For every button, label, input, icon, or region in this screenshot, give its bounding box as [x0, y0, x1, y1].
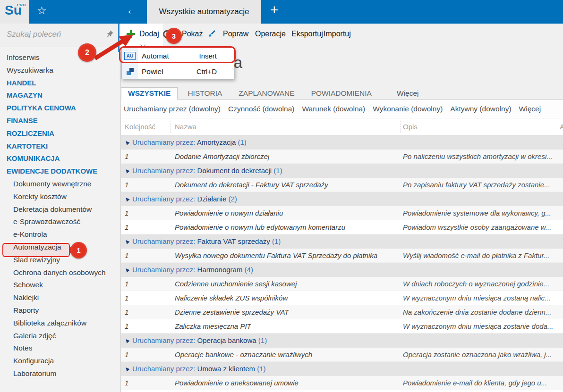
filter-uruchamiany-przez-dowolny[interactable]: Uruchamiany przez (dowolny)	[124, 105, 221, 113]
sidebar-item-rozliczenia[interactable]: ROZLICZENIA	[0, 127, 120, 140]
app-window: Su PRO ☆ ← Wszystkie automatyzacje + Szu…	[0, 0, 563, 392]
sidebar-item-biblioteka-załączników[interactable]: Biblioteka załączników	[0, 317, 120, 330]
sidebar-item-notes[interactable]: Notes	[0, 342, 120, 355]
edit-button[interactable]: Popraw	[223, 30, 248, 38]
sidebar-item-wyszukiwarka[interactable]: Wyszukiwarka	[0, 64, 120, 77]
grid-body: Uruchamiany przez: Amortyzacja (1)1Dodan…	[121, 135, 563, 392]
column-header-opis[interactable]: Opis	[403, 118, 418, 135]
sidebar-item-raporty[interactable]: Raporty	[0, 304, 120, 317]
pin-icon[interactable]	[103, 28, 115, 40]
collapse-triangle-icon[interactable]	[124, 267, 129, 272]
annotation-step-2: 2	[78, 43, 96, 62]
filter-wykonanie-dowolny[interactable]: Wykonanie (dowolny)	[373, 105, 443, 113]
sidebar-item-laboratorium[interactable]: Laboratorium	[0, 367, 120, 380]
sidebar-item-magazyn[interactable]: MAGAZYN	[0, 89, 120, 102]
sidebar-item-dokumenty-wewnętrzne[interactable]: Dokumenty wewnętrzne	[0, 178, 120, 191]
sidebar-item-dekretacja-dokumentów[interactable]: Dekretacja dokumentów	[0, 203, 120, 216]
sidebar-nav: InfoserwisWyszukiwarkaHANDELMAGAZYNPOLIT…	[0, 47, 120, 380]
sidebar-item-infoserwis[interactable]: Infoserwis	[0, 51, 120, 64]
automation-row[interactable]: 1Wysyłka nowego dokumentu Faktura VAT Sp…	[121, 249, 563, 263]
sidebar-item-korekty-kosztów[interactable]: Korekty kosztów	[0, 191, 120, 203]
titlebar: Su PRO ☆ ← Wszystkie automatyzacje +	[0, 0, 563, 24]
back-arrow-icon[interactable]: ←	[126, 3, 138, 17]
sidebar-item-ochrona-danych-osobowych[interactable]: Ochrona danych osobowych	[0, 267, 120, 279]
export-button[interactable]: Eksportuj	[291, 30, 323, 38]
sidebar-item-kartoteki[interactable]: KARTOTEKI	[0, 140, 120, 153]
command-search[interactable]: Szukaj poleceń	[0, 24, 120, 47]
automation-row[interactable]: 1Naliczenie składek ZUS wspólnikówW wyzn…	[121, 291, 563, 305]
column-header-overflow[interactable]: A	[560, 118, 563, 135]
sidebar-item-e-sprawozdawczość[interactable]: e-Sprawozdawczość	[0, 216, 120, 228]
menu-item-powiel[interactable]: Powiel Ctrl+D	[122, 64, 234, 79]
annotation-highlight-menu-item	[119, 46, 236, 63]
column-separator	[558, 121, 558, 133]
window-tab-title: Wszystkie automatyzacje	[159, 7, 249, 17]
automation-row[interactable]: 1Codzienne uruchomienie sesji kasowejW d…	[121, 277, 563, 291]
filter-czynność-dowolna[interactable]: Czynność (dowolna)	[228, 105, 294, 113]
tab-zaplanowane[interactable]: ZAPLANOWANE	[232, 87, 301, 99]
group-row[interactable]: Uruchamiany przez: Harmonogram (4)	[121, 263, 563, 277]
tab-historia[interactable]: HISTORIA	[181, 87, 229, 99]
sidebar-item-finanse[interactable]: FINANSE	[0, 115, 120, 127]
tab-wszystkie[interactable]: WSZYSTKIE	[121, 87, 178, 100]
automation-row[interactable]: 1Operacje bankowe - oznaczanie wrażliwyc…	[121, 348, 563, 362]
group-row[interactable]: Uruchamiany przez: Faktura VAT sprzedaży…	[121, 234, 563, 249]
annotation-highlight-sidebar-item	[2, 243, 70, 257]
new-tab-plus-icon[interactable]: +	[270, 2, 279, 18]
automation-row[interactable]: 1Dodanie Amortyzacji zbiorczejPo nalicze…	[121, 150, 563, 164]
logo-pro-label: PRO	[17, 3, 26, 7]
annotation-step-1: 1	[70, 242, 87, 259]
operations-button[interactable]: Operacje	[255, 30, 286, 38]
column-separator	[400, 121, 401, 133]
tab-powiadomienia[interactable]: POWIADOMIENIA	[305, 87, 378, 99]
plus-icon	[127, 30, 135, 38]
collapse-triangle-icon[interactable]	[124, 140, 129, 145]
sidebar-item-ewidencje-dodatkowe[interactable]: EWIDENCJE DODATKOWE	[0, 165, 120, 178]
group-row[interactable]: Uruchamiany przez: Operacja bankowa (1)	[121, 334, 563, 348]
column-header-kolejnosc[interactable]: Kolejność	[125, 118, 155, 135]
sidebar-item-schowek[interactable]: Schowek	[0, 279, 120, 292]
automation-row[interactable]: 1Dzienne zestawienie sprzedaży VATNa zak…	[121, 305, 563, 319]
sidebar-item-handel[interactable]: HANDEL	[0, 77, 120, 90]
window-tab[interactable]: Wszystkie automatyzacje	[147, 0, 261, 24]
group-row[interactable]: Uruchamiany przez: Amortyzacja (1)	[121, 135, 563, 150]
sidebar-item-galeria-zdjęć[interactable]: Galeria zdjęć	[0, 330, 120, 342]
annotation-step-3: 3	[166, 28, 182, 44]
tab-więcej[interactable]: Więcej	[390, 87, 426, 99]
sidebar-item-komunikacja[interactable]: KOMUNIKACJA	[0, 152, 120, 165]
sidebar-item-e-kontrola[interactable]: e-Kontrola	[0, 228, 120, 241]
import-button[interactable]: Importuj	[324, 30, 351, 38]
automation-row[interactable]: 1Powiadomienie o nowym działaniuPowiadom…	[121, 206, 563, 220]
menu-item-label: Powiel	[142, 67, 196, 76]
group-row[interactable]: Uruchamiany przez: Dokument do dekretacj…	[121, 164, 563, 178]
favorites-star-icon[interactable]: ☆	[37, 4, 47, 17]
collapse-triangle-icon[interactable]	[124, 239, 129, 244]
collapse-triangle-icon[interactable]	[124, 366, 129, 371]
column-separator	[170, 121, 171, 133]
automation-row[interactable]: 1Powiadomienie o nowym lub edytowanym ko…	[121, 220, 563, 234]
automation-row[interactable]: 1Powiadomienie o aneksowanej umowiePowia…	[121, 376, 563, 390]
sidebar-item-polityka-cenowa[interactable]: POLITYKA CENOWA	[0, 102, 120, 115]
group-row[interactable]: Uruchamiany przez: Działanie (2)	[121, 192, 563, 206]
app-logo[interactable]: Su PRO	[0, 0, 29, 24]
filter-warunek-dowolna[interactable]: Warunek (dowolna)	[302, 105, 365, 113]
sidebar-item-naklejki[interactable]: Naklejki	[0, 292, 120, 304]
collapse-triangle-icon[interactable]	[124, 196, 129, 201]
group-row[interactable]: Uruchamiany przez: Umowa z klientem (1)	[121, 362, 563, 376]
view-tabs: WSZYSTKIEHISTORIAZAPLANOWANEPOWIADOMIENI…	[121, 87, 563, 100]
filter-więcej[interactable]: Więcej	[519, 105, 541, 113]
column-header-nazwa[interactable]: Nazwa	[175, 118, 196, 135]
automation-row[interactable]: 1Dokument do dekretacji - Faktury VAT sp…	[121, 178, 563, 192]
filter-aktywny-dowolny[interactable]: Aktywny (dowolny)	[450, 105, 511, 113]
toolbar-accent-strip	[118, 24, 119, 52]
sidebar-item-konfiguracja[interactable]: Konfiguracja	[0, 355, 120, 367]
search-placeholder: Szukaj poleceń	[7, 30, 61, 39]
grid-header: Kolejność Nazwa Opis A	[121, 118, 563, 135]
menu-item-shortcut: Ctrl+D	[196, 67, 234, 75]
show-button[interactable]: Pokaż	[182, 30, 203, 38]
add-button-label: Dodaj	[139, 30, 159, 38]
collapse-triangle-icon[interactable]	[124, 168, 129, 173]
automation-row[interactable]: 1Zaliczka miesięczna PITW wyznaczonym dn…	[121, 319, 563, 334]
collapse-triangle-icon[interactable]	[124, 338, 129, 343]
duplicate-icon	[122, 68, 138, 75]
